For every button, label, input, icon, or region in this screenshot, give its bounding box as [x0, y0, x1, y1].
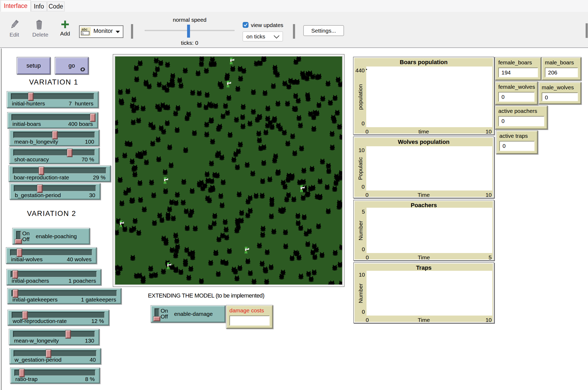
svg-text:5: 5 [82, 32, 84, 35]
svg-text:abc: abc [82, 27, 88, 31]
